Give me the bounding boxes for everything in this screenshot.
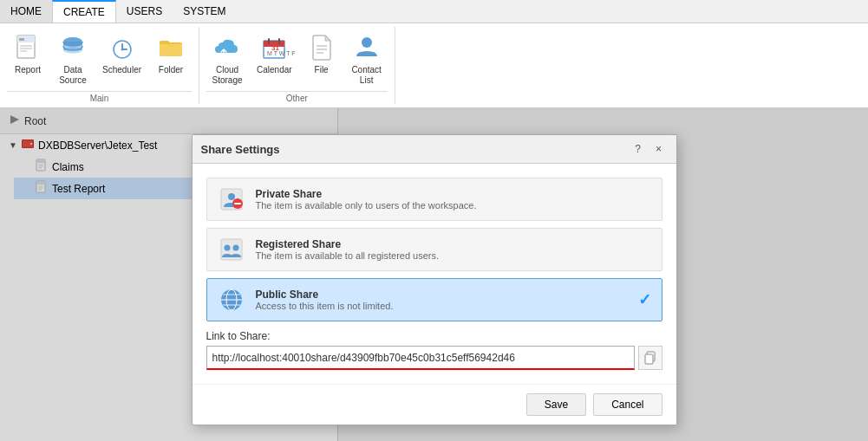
- dialog-help-button[interactable]: ?: [630, 140, 647, 158]
- ribbon-btn-file[interactable]: File: [301, 30, 343, 77]
- link-input[interactable]: [206, 346, 635, 370]
- menu-users[interactable]: USERS: [116, 0, 173, 23]
- svg-point-9: [63, 48, 82, 54]
- menu-bar: HOME CREATE USERS SYSTEM: [0, 0, 868, 23]
- public-share-checkmark: ✓: [638, 290, 651, 309]
- dialog-footer: Save Cancel: [193, 384, 676, 425]
- svg-text:M T W T F: M T W T F: [267, 50, 296, 56]
- private-share-text: Private Share The item is available only…: [256, 188, 477, 211]
- svg-point-13: [121, 49, 123, 51]
- ribbon-btn-cloud[interactable]: CloudStorage: [206, 30, 248, 88]
- link-input-row: [206, 346, 662, 370]
- ribbon-main-label: Main: [7, 91, 192, 105]
- menu-create[interactable]: CREATE: [52, 0, 116, 23]
- dialog-body: Private Share The item is available only…: [193, 164, 676, 384]
- folder-label: Folder: [159, 65, 183, 75]
- menu-home[interactable]: HOME: [0, 0, 52, 23]
- share-settings-dialog: Share Settings ? ×: [192, 134, 677, 425]
- ribbon-group-main: Report DataSource: [0, 27, 199, 104]
- copy-button[interactable]: [638, 346, 662, 370]
- link-label: Link to Share:: [206, 330, 662, 342]
- ribbon-btn-scheduler[interactable]: Scheduler: [97, 30, 147, 77]
- share-option-private[interactable]: Private Share The item is available only…: [206, 178, 662, 221]
- private-share-icon: [218, 185, 245, 213]
- dialog-overlay: Share Settings ? ×: [0, 108, 868, 441]
- svg-point-42: [224, 245, 230, 251]
- svg-rect-5: [19, 38, 24, 41]
- ribbon-group-other-items: CloudStorage 31 M T W T F Calendar: [206, 27, 388, 91]
- registered-share-text: Registered Share The item is available t…: [256, 238, 440, 261]
- file-label: File: [315, 65, 329, 75]
- cloud-icon: [212, 32, 243, 63]
- private-share-desc: The item is available only to users of t…: [256, 200, 477, 211]
- ribbon-btn-contact[interactable]: ContactList: [346, 30, 388, 88]
- ribbon-other-label: Other: [206, 91, 388, 105]
- contact-label: ContactList: [351, 65, 381, 86]
- svg-point-23: [362, 37, 372, 48]
- ribbon-group-other: CloudStorage 31 M T W T F Calendar: [199, 27, 395, 104]
- menu-system[interactable]: SYSTEM: [173, 0, 236, 23]
- registered-share-icon: [218, 236, 245, 263]
- public-share-icon: [218, 286, 245, 314]
- cancel-button[interactable]: Cancel: [593, 393, 662, 416]
- ribbon-btn-calendar[interactable]: 31 M T W T F Calendar: [251, 30, 297, 77]
- dialog-title: Share Settings: [201, 143, 280, 156]
- ribbon-group-main-items: Report DataSource: [7, 27, 192, 91]
- cloud-label: CloudStorage: [212, 65, 243, 86]
- svg-rect-50: [645, 354, 653, 364]
- ribbon-btn-report[interactable]: Report: [7, 30, 49, 77]
- svg-rect-7: [63, 42, 82, 46]
- main-area: Root ▼ DXBDBServer\Jetex_Test: [0, 108, 868, 441]
- file-icon: [306, 32, 337, 63]
- dialog-close-button[interactable]: ×: [650, 140, 668, 158]
- datasource-label: DataSource: [59, 65, 87, 86]
- scheduler-icon: [107, 32, 138, 63]
- calendar-icon: 31 M T W T F: [258, 32, 290, 63]
- dialog-title-bar: Share Settings ? ×: [193, 135, 676, 164]
- ribbon-btn-datasource[interactable]: DataSource: [52, 30, 94, 88]
- copy-icon: [643, 351, 657, 365]
- public-share-title: Public Share: [256, 289, 394, 301]
- public-share-desc: Access to this item is not limited.: [256, 301, 394, 311]
- report-icon: [12, 32, 43, 63]
- svg-point-38: [228, 193, 235, 200]
- registered-share-desc: The item is available to all registered …: [256, 250, 440, 261]
- ribbon-btn-folder[interactable]: Folder: [150, 30, 192, 77]
- calendar-label: Calendar: [257, 65, 292, 75]
- folder-icon: [155, 32, 186, 63]
- private-share-title: Private Share: [256, 188, 477, 200]
- link-section: Link to Share:: [206, 330, 662, 370]
- registered-share-title: Registered Share: [256, 238, 440, 250]
- ribbon: Report DataSource: [0, 23, 868, 108]
- dialog-controls: ? ×: [630, 140, 668, 158]
- svg-point-43: [232, 245, 238, 251]
- scheduler-label: Scheduler: [102, 65, 141, 75]
- save-button[interactable]: Save: [526, 393, 586, 416]
- public-share-text: Public Share Access to this item is not …: [256, 289, 394, 311]
- datasource-icon: [57, 32, 88, 63]
- contact-icon: [351, 32, 382, 63]
- share-option-public[interactable]: Public Share Access to this item is not …: [206, 278, 662, 321]
- share-option-registered[interactable]: Registered Share The item is available t…: [206, 228, 662, 271]
- report-label: Report: [15, 65, 41, 75]
